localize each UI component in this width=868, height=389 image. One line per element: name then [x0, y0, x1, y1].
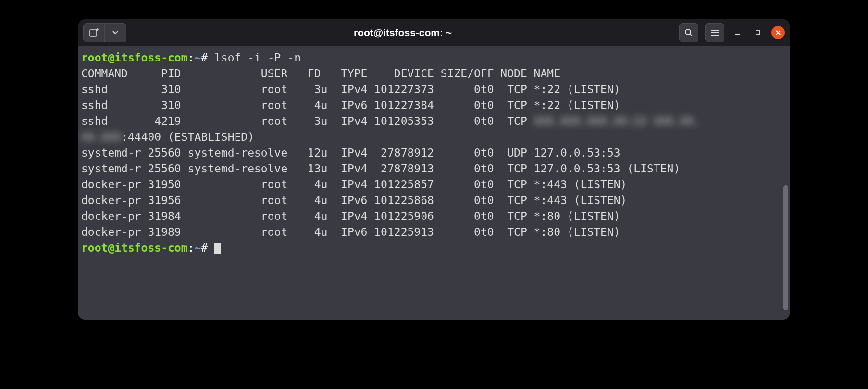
- output-row: docker-pr 31950 root 4u IPv4 101225857 0…: [81, 178, 627, 191]
- window-controls: [679, 23, 785, 42]
- output-row: docker-pr 31984 root 4u IPv4 101225906 0…: [81, 210, 620, 222]
- output-row: docker-pr 31956 root 4u IPv6 101225868 0…: [81, 194, 627, 207]
- command-input: lsof -i -P -n: [214, 51, 301, 64]
- prompt-line: root@itsfoss-com:~# lsof -i -P -n: [81, 51, 301, 64]
- tab-menu-button[interactable]: [105, 24, 126, 42]
- output-row: sshd 310 root 3u IPv4 101227373 0t0 TCP …: [81, 83, 620, 96]
- hamburger-icon: [710, 29, 719, 36]
- svg-point-3: [685, 29, 691, 35]
- titlebar: root@itsfoss-com: ~: [78, 19, 790, 46]
- svg-rect-0: [90, 30, 97, 36]
- prompt-path: ~: [194, 242, 201, 254]
- minimize-icon: [734, 29, 741, 36]
- maximize-icon: [755, 30, 761, 36]
- new-tab-icon: [89, 28, 99, 37]
- terminal-content[interactable]: root@itsfoss-com:~# lsof -i -P -n COMMAN…: [78, 46, 790, 320]
- tab-button-group: [83, 23, 126, 42]
- output-row-continuation: XX.XXX:44400 (ESTABLISHED): [81, 131, 254, 143]
- search-button[interactable]: [679, 23, 698, 42]
- output-row: sshd 4219 root 3u IPv4 101205353 0t0 TCP…: [81, 115, 700, 127]
- search-icon: [684, 28, 693, 37]
- redacted-ip: XX.XXX: [81, 131, 121, 143]
- output-header: COMMAND PID USER FD TYPE DEVICE SIZE/OFF…: [81, 67, 560, 80]
- prompt-path: ~: [194, 51, 201, 64]
- close-icon: [775, 30, 781, 36]
- terminal-window: root@itsfoss-com: ~: [78, 19, 790, 320]
- minimize-button[interactable]: [731, 26, 744, 39]
- cursor: [214, 243, 221, 254]
- hamburger-menu-button[interactable]: [705, 23, 724, 42]
- prompt-user: root@itsfoss-com: [81, 242, 188, 254]
- window-title: root@itsfoss-com: ~: [126, 27, 679, 38]
- maximize-button[interactable]: [751, 26, 765, 39]
- svg-rect-9: [756, 31, 760, 35]
- output-row: systemd-r 25560 systemd-resolve 12u IPv4…: [81, 146, 620, 159]
- close-button[interactable]: [771, 26, 785, 39]
- prompt-user: root@itsfoss-com: [81, 51, 188, 64]
- new-tab-button[interactable]: [84, 24, 105, 42]
- redacted-ip: XXX.XXX.XXX.XX:22 XXX.XX.: [534, 115, 700, 127]
- output-row: docker-pr 31989 root 4u IPv6 101225913 0…: [81, 226, 620, 238]
- scrollbar[interactable]: [783, 185, 788, 310]
- svg-line-4: [690, 34, 692, 36]
- chevron-down-icon: [112, 30, 119, 35]
- output-row: systemd-r 25560 systemd-resolve 13u IPv4…: [81, 162, 680, 175]
- output-row: sshd 310 root 4u IPv6 101227384 0t0 TCP …: [81, 99, 620, 111]
- prompt-line: root@itsfoss-com:~#: [81, 242, 221, 254]
